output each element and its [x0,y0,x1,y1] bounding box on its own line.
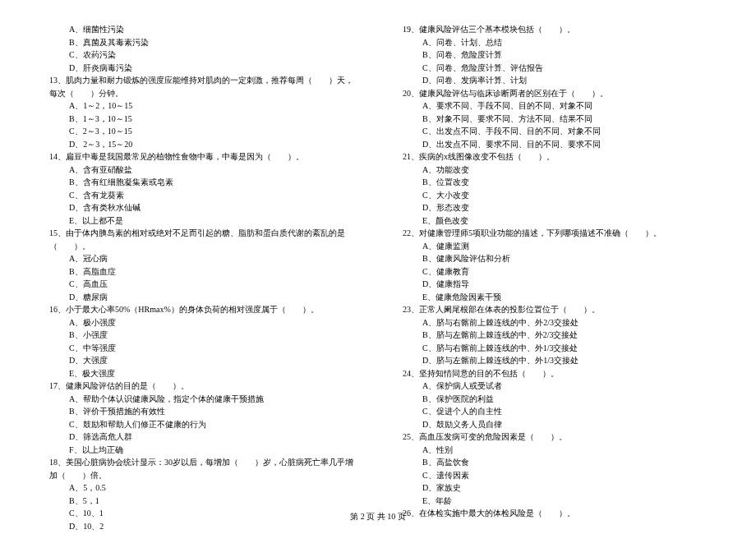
option-b: B、高盐饮食 [422,456,707,469]
question-22: 22、对健康管理师5项职业功能的描述，下列哪项描述不准确（ ）。 [403,227,707,240]
question-24: 24、坚持知情同意的目的不包括（ ）。 [403,367,707,380]
option-a: A、细菌性污染 [69,23,353,36]
option-d: D、问卷、发病率计算、计划 [422,74,707,87]
option-c: C、鼓励和帮助人们修正不健康的行为 [69,418,353,431]
question-25: 25、高血压发病可变的危险因素是（ ）。 [403,430,707,444]
question-21: 21、疾病的x线图像改变不包括（ ）。 [403,150,707,163]
option-a: A、5，0.5 [69,481,353,495]
option-d: D、筛选高危人群 [69,430,353,444]
question-18: 18、美国心脏病协会统计显示：30岁以后，每增加（ ）岁，心脏病死亡率几乎增加（… [49,456,353,481]
q15-options: A、冠心病 B、高脂血症 C、高血压 D、糖尿病 [49,252,353,303]
option-e: E、健康危险因素干预 [422,291,707,304]
option-e: E、极大强度 [69,367,353,380]
option-b: B、评价干预措施的有效性 [69,405,353,418]
q20-options: A、要求不同、手段不同、目的不同、对象不同 B、对象不同、要求不同、方法不同、结… [403,99,707,150]
option-c: C、中等强度 [69,342,353,355]
option-c: C、出发点不同、手段不同、目的不同、对象不同 [422,125,707,138]
question-15: 15、由于体内胰岛素的相对或绝对不足而引起的糖、脂肪和蛋白质代谢的紊乱的是（ ）… [49,227,353,252]
option-a: A、冠心病 [69,252,353,265]
question-14: 14、扁豆中毒是我国最常见的植物性食物中毒，中毒是因为（ ）。 [49,150,353,163]
option-d: D、健康指导 [422,278,707,291]
option-d: D、糖尿病 [69,291,353,304]
option-a: A、脐与右髂前上棘连线的中、外2/3交接处 [422,316,707,329]
q19-options: A、问卷、计划、总结 B、问卷、危险度计算 C、问卷、危险度计算、评估报告 D、… [403,36,707,87]
q21-options: A、功能改变 B、位置改变 C、大小改变 D、形态改变 E、颜色改变 [403,163,707,228]
option-d: D、大强度 [69,354,353,367]
option-b: B、含有红细胞凝集素或皂素 [69,176,353,189]
option-a: A、极小强度 [69,316,353,329]
option-d: D、含有类秋水仙碱 [69,201,353,214]
option-b: B、脐与左髂前上棘连线的中、外2/3交接处 [422,329,707,342]
question-16: 16、小于最大心率50%（HRmax%）的身体负荷的相对强度属于（ ）。 [49,303,353,316]
option-a: A、保护病人或受试者 [422,380,707,393]
question-17: 17、健康风险评估的目的是（ ）。 [49,380,353,393]
option-b: B、对象不同、要求不同、方法不同、结果不同 [422,113,707,126]
option-a: A、1～2，10～15 [69,99,353,113]
option-b: B、5，1 [69,495,353,508]
option-e: E、颜色改变 [422,214,707,228]
option-c: C、脐与右髂前上棘连线的中、外1/3交接处 [422,342,707,355]
option-a: A、问卷、计划、总结 [422,36,707,49]
option-c: C、问卷、危险度计算、评估报告 [422,62,707,75]
q17-options: A、帮助个体认识健康风险，指定个体的健康干预措施 B、评价干预措施的有效性 C、… [49,393,353,457]
option-b: B、小强度 [69,329,353,342]
option-d: D、2～3，15～20 [69,138,353,151]
option-b: B、高脂血症 [69,265,353,279]
option-d: D、鼓励义务人员自律 [422,418,707,431]
option-c: C、2～3，10～15 [69,125,353,138]
option-b: B、问卷、危险度计算 [422,48,707,62]
left-column: A、细菌性污染 B、真菌及其毒素污染 C、农药污染 D、肝炎病毒污染 13、肌肉… [49,23,353,532]
option-b: B、健康风险评估和分析 [422,252,707,265]
two-column-layout: A、细菌性污染 B、真菌及其毒素污染 C、农药污染 D、肝炎病毒污染 13、肌肉… [49,23,707,532]
question-13: 13、肌肉力量和耐力锻炼的强度应能维持对肌肉的一定刺激，推荐每周（ ）天，每次（… [49,74,353,99]
page-footer: 第 2 页 共 10 页 [0,511,756,522]
option-c: C、遗传因素 [422,469,707,482]
option-a: A、含有亚硝酸盐 [69,163,353,177]
option-e: E、以上都不是 [69,214,353,228]
option-d: D、脐与左髂前上棘连线的中、外1/3交接处 [422,354,707,367]
q24-options: A、保护病人或受试者 B、保护医院的利益 C、促进个人的自主性 D、鼓励义务人员… [403,380,707,430]
option-c: C、农药污染 [69,48,353,62]
option-c: C、大小改变 [422,189,707,202]
option-a: A、性别 [422,444,707,457]
option-b: B、位置改变 [422,176,707,189]
option-d: D、出发点不同、要求不同、目的不同、要求不同 [422,138,707,151]
option-d: D、肝炎病毒污染 [69,62,353,75]
option-d: D、家族史 [422,481,707,495]
question-23: 23、正常人阑尾根部在体表的投影位置位于（ ）。 [403,303,707,316]
q22-options: A、健康监测 B、健康风险评估和分析 C、健康教育 D、健康指导 E、健康危险因… [403,240,707,304]
q13-options: A、1～2，10～15 B、1～3，10～15 C、2～3，10～15 D、2～… [49,99,353,150]
option-a: A、帮助个体认识健康风险，指定个体的健康干预措施 [69,393,353,406]
question-19: 19、健康风险评估三个基本模块包括（ ）。 [403,23,707,36]
option-f: F、以上均正确 [69,444,353,457]
question-20: 20、健康风险评估与临床诊断两者的区别在于（ ）。 [403,87,707,100]
right-column: 19、健康风险评估三个基本模块包括（ ）。 A、问卷、计划、总结 B、问卷、危险… [403,23,707,532]
option-c: C、促进个人的自主性 [422,405,707,418]
option-c: C、健康教育 [422,265,707,279]
option-c: C、含有龙葵素 [69,189,353,202]
q14-options: A、含有亚硝酸盐 B、含有红细胞凝集素或皂素 C、含有龙葵素 D、含有类秋水仙碱… [49,163,353,228]
option-a: A、要求不同、手段不同、目的不同、对象不同 [422,99,707,113]
option-b: B、1～3，10～15 [69,113,353,126]
option-b: B、真菌及其毒素污染 [69,36,353,49]
q12-options-continued: A、细菌性污染 B、真菌及其毒素污染 C、农药污染 D、肝炎病毒污染 [49,23,353,74]
option-c: C、高血压 [69,278,353,291]
option-a: A、健康监测 [422,240,707,253]
q23-options: A、脐与右髂前上棘连线的中、外2/3交接处 B、脐与左髂前上棘连线的中、外2/3… [403,316,707,367]
option-a: A、功能改变 [422,163,707,177]
q16-options: A、极小强度 B、小强度 C、中等强度 D、大强度 E、极大强度 [49,316,353,380]
q25-options: A、性别 B、高盐饮食 C、遗传因素 D、家族史 E、年龄 [403,444,707,508]
q18-options: A、5，0.5 B、5，1 C、10、1 D、10、2 [49,481,353,532]
option-e: E、年龄 [422,495,707,508]
option-b: B、保护医院的利益 [422,393,707,406]
option-d: D、形态改变 [422,201,707,214]
